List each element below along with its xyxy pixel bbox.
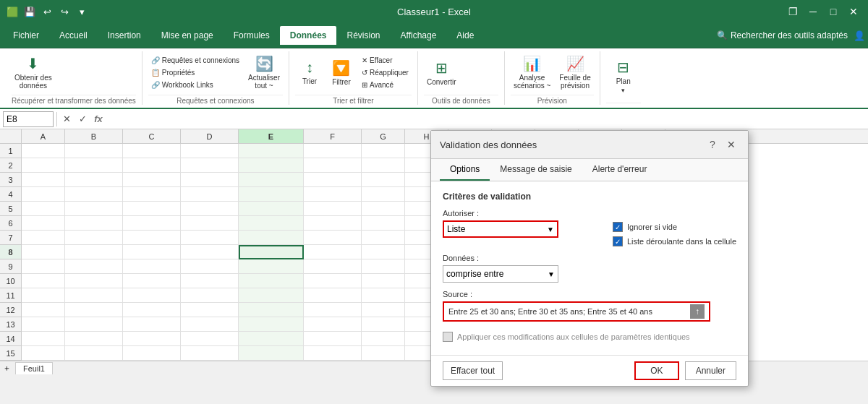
fx-icon[interactable]: fx <box>92 113 105 126</box>
cell-C1[interactable] <box>123 144 181 158</box>
cell-B9[interactable] <box>65 259 123 274</box>
cell-E3[interactable] <box>239 173 304 187</box>
cell-F10[interactable] <box>304 274 362 288</box>
row-header-12[interactable]: 12 <box>0 303 21 317</box>
cell-A1[interactable] <box>22 144 65 158</box>
cell-D9[interactable] <box>181 259 239 274</box>
cell-D2[interactable] <box>181 158 239 173</box>
cell-E1[interactable] <box>239 144 304 158</box>
qat-dropdown[interactable]: ▾ <box>75 5 88 18</box>
cell-A8[interactable] <box>22 245 65 259</box>
cell-E14[interactable] <box>239 332 304 346</box>
save-qat-button[interactable]: 💾 <box>23 5 36 18</box>
cell-G10[interactable] <box>362 274 405 288</box>
confirm-formula-icon[interactable]: ✓ <box>76 113 89 126</box>
cell-F6[interactable] <box>304 216 362 231</box>
col-header-c[interactable]: C <box>123 129 181 143</box>
cell-D14[interactable] <box>181 332 239 346</box>
cell-B13[interactable] <box>65 317 123 332</box>
apply-checkbox[interactable] <box>443 332 453 342</box>
cell-A6[interactable] <box>22 216 65 231</box>
cell-D7[interactable] <box>181 231 239 245</box>
cell-D1[interactable] <box>181 144 239 158</box>
btn-obtenir-donnees[interactable]: ⬇ Obtenir desdonnées <box>12 53 55 91</box>
col-header-a[interactable]: A <box>22 129 65 143</box>
btn-reappliquer[interactable]: ↺ Réappliquer <box>359 67 412 78</box>
cell-E5[interactable] <box>239 202 304 216</box>
source-field[interactable]: Entre 25 et 30 ans; Entre 30 et 35 ans; … <box>443 301 710 322</box>
cell-A14[interactable] <box>22 332 65 346</box>
btn-requetes[interactable]: 🔗 Requêtes et connexions <box>148 55 242 66</box>
cell-D6[interactable] <box>181 216 239 231</box>
btn-feuille-prevision[interactable]: 📈 Feuille deprévision <box>556 53 593 91</box>
cell-D12[interactable] <box>181 303 239 317</box>
cell-C7[interactable] <box>123 231 181 245</box>
cell-G3[interactable] <box>362 173 405 187</box>
cell-A5[interactable] <box>22 202 65 216</box>
cell-F14[interactable] <box>304 332 362 346</box>
cell-F9[interactable] <box>304 259 362 274</box>
cell-G1[interactable] <box>362 144 405 158</box>
dialog-help-button[interactable]: ? <box>705 137 720 152</box>
maximize-button[interactable]: □ <box>825 3 842 20</box>
sheet-tab-feuil1[interactable]: Feuil1 <box>15 362 53 374</box>
cancel-formula-icon[interactable]: ✕ <box>60 113 73 126</box>
cell-B8[interactable] <box>65 245 123 259</box>
cell-F13[interactable] <box>304 317 362 332</box>
cell-F4[interactable] <box>304 187 362 202</box>
row-header-5[interactable]: 5 <box>0 202 21 216</box>
cell-F1[interactable] <box>304 144 362 158</box>
btn-proprietes[interactable]: 📋 Propriétés <box>148 67 242 78</box>
row-header-2[interactable]: 2 <box>0 158 21 173</box>
cell-F2[interactable] <box>304 158 362 173</box>
cell-G13[interactable] <box>362 317 405 332</box>
row-header-9[interactable]: 9 <box>0 259 21 274</box>
cell-C8[interactable] <box>123 245 181 259</box>
col-header-f[interactable]: F <box>304 129 362 143</box>
cell-A4[interactable] <box>22 187 65 202</box>
cell-C14[interactable] <box>123 332 181 346</box>
cell-C15[interactable] <box>123 346 181 361</box>
cell-A9[interactable] <box>22 259 65 274</box>
btn-avance[interactable]: ⊞ Avancé <box>359 79 412 90</box>
btn-effacer[interactable]: ✕ Effacer <box>359 55 412 66</box>
row-header-10[interactable]: 10 <box>0 274 21 288</box>
ignorer-si-vide-checkbox[interactable] <box>613 222 623 232</box>
tab-fichier[interactable]: Fichier <box>3 26 49 45</box>
undo-qat-button[interactable]: ↩ <box>41 5 54 18</box>
cell-G14[interactable] <box>362 332 405 346</box>
donnees-select[interactable]: comprise entre ▼ <box>443 265 558 283</box>
tab-insertion[interactable]: Insertion <box>98 26 151 45</box>
cell-B6[interactable] <box>65 216 123 231</box>
cell-D15[interactable] <box>181 346 239 361</box>
dialog-close-button[interactable]: ✕ <box>723 137 739 152</box>
cell-E10[interactable] <box>239 274 304 288</box>
cell-C11[interactable] <box>123 288 181 303</box>
dialog-tab-options[interactable]: Options <box>440 159 490 181</box>
cell-C6[interactable] <box>123 216 181 231</box>
minimize-button[interactable]: ─ <box>804 3 822 20</box>
cell-E7[interactable] <box>239 231 304 245</box>
cell-B1[interactable] <box>65 144 123 158</box>
cell-C10[interactable] <box>123 274 181 288</box>
cell-C9[interactable] <box>123 259 181 274</box>
tab-donnees[interactable]: Données <box>280 26 337 45</box>
cell-C2[interactable] <box>123 158 181 173</box>
cell-C5[interactable] <box>123 202 181 216</box>
cell-B2[interactable] <box>65 158 123 173</box>
cell-A12[interactable] <box>22 303 65 317</box>
cell-G6[interactable] <box>362 216 405 231</box>
cell-G8[interactable] <box>362 245 405 259</box>
tab-accueil[interactable]: Accueil <box>49 26 98 45</box>
tab-aide[interactable]: Aide <box>446 26 484 45</box>
cell-F7[interactable] <box>304 231 362 245</box>
btn-convertir[interactable]: ⊞ Convertir <box>424 58 459 87</box>
cell-G7[interactable] <box>362 231 405 245</box>
row-header-4[interactable]: 4 <box>0 187 21 202</box>
formula-input[interactable] <box>108 111 865 127</box>
liste-deroulante-checkbox[interactable] <box>613 236 623 246</box>
restore-button[interactable]: ❐ <box>784 3 801 20</box>
cell-D4[interactable] <box>181 187 239 202</box>
cell-C13[interactable] <box>123 317 181 332</box>
cell-G4[interactable] <box>362 187 405 202</box>
